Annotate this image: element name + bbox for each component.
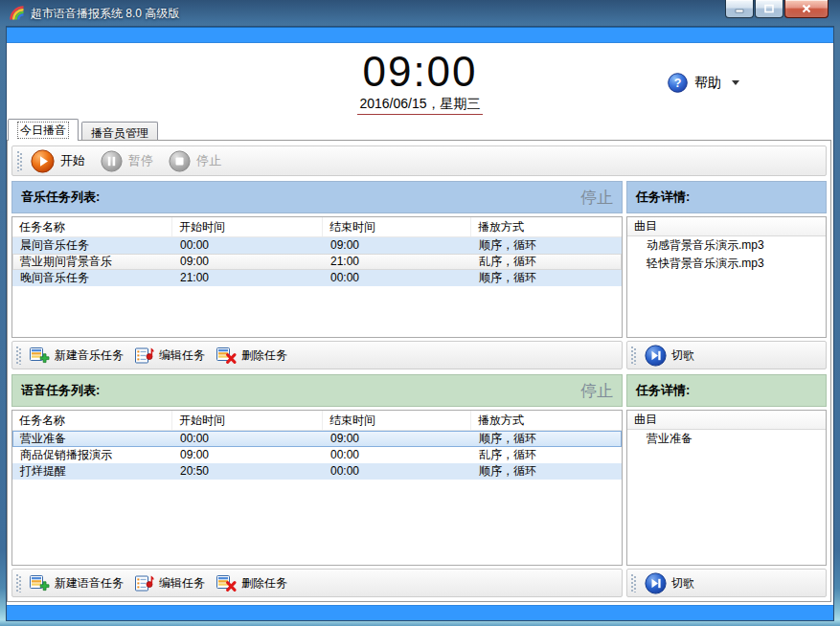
delete-voice-task-button[interactable]: 删除任务 [214,572,293,594]
voice-table-header-row: 任务名称 开始时间 结束时间 播放方式 [12,411,622,431]
tab-label: 今日播音 [17,122,69,139]
delete-music-task-button[interactable]: 删除任务 [214,345,293,367]
voice-section-header: 语音任务列表: 停止 [11,374,623,407]
music-table-row[interactable]: 晨间音乐任务 00:00 09:00 顺序，循环 [12,237,622,254]
delete-music-task-label: 删除任务 [241,347,287,364]
cell-task-name: 晨间音乐任务 [13,238,173,253]
pause-label: 暂停 [128,152,153,169]
voice-table-row[interactable]: 打烊提醒 20:50 00:00 顺序，循环 [12,463,622,480]
tab-strip: 今日播音 播音员管理 [8,119,161,141]
stop-label: 停止 [196,152,221,169]
music-details-header: 任务详情: [626,181,827,213]
voice-track-list: 曲目 营业准备 [626,410,827,566]
column-header-end-time[interactable]: 结束时间 [323,217,471,236]
edit-music-task-button[interactable]: 编辑任务 [132,345,211,367]
cell-task-name: 打烊提醒 [13,464,173,479]
cell-start-time: 21:00 [173,271,324,285]
music-skip-song-label: 切歌 [671,347,694,364]
cell-start-time: 00:00 [173,432,324,446]
toolbar-grip [16,573,21,592]
music-task-list-panel: 音乐任务列表: 停止 任务名称 开始时间 结束时间 播放方式 晨间音乐 [11,181,623,369]
tab-announcer-management[interactable]: 播音员管理 [81,122,158,141]
music-skip-song-button[interactable]: 切歌 [642,343,700,369]
cell-start-time: 00:00 [173,238,324,253]
new-voice-task-button[interactable]: 新建语音任务 [27,572,129,594]
music-details-title: 任务详情: [636,189,690,206]
tab-today-broadcast[interactable]: 今日播音 [8,119,79,141]
toolbar-grip [17,150,22,171]
start-button[interactable]: 开始 [27,147,95,175]
voice-details-header: 任务详情: [626,374,827,407]
voice-task-section: 语音任务列表: 停止 任务名称 开始时间 结束时间 播放方式 营业准备 [11,374,827,597]
main-area: 09:00 2016/06/15，星期三 ? 帮助 [7,43,833,605]
cell-task-name: 营业准备 [13,432,173,446]
minimize-button[interactable] [725,0,754,18]
music-table-row-selected[interactable]: 营业期间背景音乐 09:00 21:00 乱序，循环 [12,254,622,270]
edit-task-icon [135,574,154,592]
column-header-end-time[interactable]: 结束时间 [323,411,471,430]
window-title: 超市语音播报系统 8.0 高级版 [31,6,179,22]
top-accent-bar [7,27,833,43]
close-button[interactable] [784,0,829,18]
cell-play-mode: 乱序，循环 [472,448,621,462]
today-broadcast-page: 开始 暂停 [7,140,831,602]
track-item[interactable]: 营业准备 [627,430,826,448]
help-button[interactable]: ? 帮助 [668,73,739,93]
app-window: 超市语音播报系统 8.0 高级版 09:00 2016/06/15，星期三 [0,0,840,626]
track-column-header[interactable]: 曲目 [627,217,826,236]
track-column-header[interactable]: 曲目 [627,411,826,430]
new-voice-task-label: 新建语音任务 [55,575,124,592]
new-task-icon [30,347,50,365]
window-controls [725,0,829,18]
pause-icon [101,150,123,172]
voice-table-row-selected[interactable]: 营业准备 00:00 09:00 顺序，循环 [12,431,622,447]
toolbar-grip [16,346,21,365]
cell-end-time: 09:00 [324,432,472,446]
titlebar[interactable]: 超市语音播报系统 8.0 高级版 [0,0,840,27]
music-table-header-row: 任务名称 开始时间 结束时间 播放方式 [12,217,622,237]
music-table-row[interactable]: 晚间音乐任务 21:00 00:00 顺序，循环 [12,270,622,286]
transport-toolbar: 开始 暂停 [11,145,827,176]
edit-voice-task-label: 编辑任务 [159,575,205,592]
new-music-task-label: 新建音乐任务 [55,347,124,364]
column-header-task-name[interactable]: 任务名称 [12,411,172,430]
track-item[interactable]: 动感背景音乐演示.mp3 [627,236,826,255]
stop-icon [169,150,191,172]
voice-skip-song-label: 切歌 [671,575,694,592]
edit-music-task-label: 编辑任务 [159,347,205,364]
cell-play-mode: 顺序，循环 [472,432,621,446]
column-header-start-time[interactable]: 开始时间 [172,217,323,236]
voice-status-badge: 停止 [580,380,613,402]
delete-voice-task-label: 删除任务 [241,575,287,592]
voice-task-button-bar: 新建语音任务 [11,569,623,597]
skip-song-icon [645,572,667,594]
cell-play-mode: 顺序，循环 [472,464,621,479]
skip-song-icon [645,345,667,367]
voice-table-row[interactable]: 商品促销播报演示 09:00 00:00 乱序，循环 [12,447,622,463]
voice-skip-song-button[interactable]: 切歌 [642,570,700,596]
app-icon [10,6,25,21]
cell-start-time: 09:00 [173,448,324,462]
cell-task-name: 营业期间背景音乐 [13,255,173,269]
edit-voice-task-button[interactable]: 编辑任务 [132,572,211,594]
tab-label: 播音员管理 [91,126,148,140]
new-music-task-button[interactable]: 新建音乐任务 [27,345,129,367]
voice-task-table: 任务名称 开始时间 结束时间 播放方式 营业准备 00:00 09:00 顺序，… [11,410,623,566]
cell-play-mode: 乱序，循环 [472,255,621,269]
music-track-list: 曲目 动感背景音乐演示.mp3 轻快背景音乐演示.mp3 [626,216,827,338]
music-task-section: 音乐任务列表: 停止 任务名称 开始时间 结束时间 播放方式 晨间音乐 [11,181,827,369]
cell-end-time: 00:00 [324,271,472,285]
column-header-play-mode[interactable]: 播放方式 [471,217,622,236]
column-header-start-time[interactable]: 开始时间 [172,411,323,430]
column-header-play-mode[interactable]: 播放方式 [471,411,622,430]
music-section-title: 音乐任务列表: [21,189,100,206]
help-icon: ? [668,73,688,93]
cell-play-mode: 顺序，循环 [472,238,621,253]
cell-task-name: 晚间音乐任务 [13,271,173,285]
cell-start-time: 20:50 [173,464,324,479]
track-item[interactable]: 轻快背景音乐演示.mp3 [627,255,826,273]
voice-skip-button-bar: 切歌 [626,569,827,597]
column-header-task-name[interactable]: 任务名称 [12,217,172,236]
cell-end-time: 00:00 [324,464,472,479]
maximize-button[interactable] [755,0,783,18]
